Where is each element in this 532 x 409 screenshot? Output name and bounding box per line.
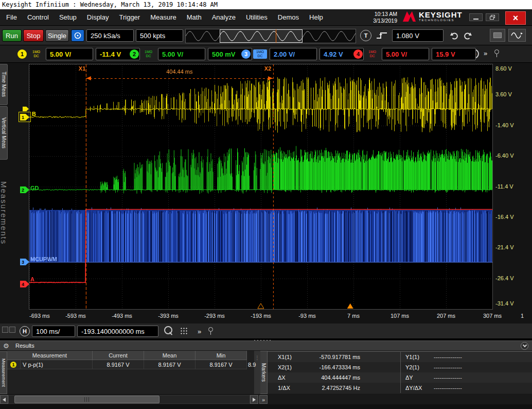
settings-gear-icon[interactable]: ⚙ <box>3 342 9 350</box>
channel-4-block: 41MΩDC5.00 V/15.9 V <box>353 48 476 60</box>
y-axis-label: -21.4 V <box>495 244 513 250</box>
menu-item-demos[interactable]: Demos <box>273 9 304 26</box>
menu-item-math[interactable]: Math <box>182 9 207 26</box>
channel-2-coupling-button[interactable]: 1MΩDC <box>141 49 155 59</box>
scroll-left-button[interactable] <box>0 395 8 404</box>
x-axis-label: 7 ms <box>347 313 360 319</box>
measurement-side-tab[interactable]: Measurement <box>0 351 7 394</box>
channel-3-coupling-button[interactable]: 1MΩDC <box>253 49 267 59</box>
menu-item-help[interactable]: Help <box>304 9 328 26</box>
marker-result-row: 1/ΔX2.47252745 HzΔY/ΔX--------------- <box>268 383 532 393</box>
timebase-position-box[interactable]: -193.1400000000 ms <box>77 326 158 337</box>
menu-item-setup[interactable]: Setup <box>54 9 82 26</box>
y-axis-label: -31.4 V <box>495 300 513 306</box>
channel-1-block: 11MΩDC5.00 V/-11.4 V <box>17 48 140 60</box>
channel-3-scale-button[interactable]: 2.00 V/ <box>270 48 317 60</box>
channel-4-offset-button[interactable]: 15.9 V <box>432 48 476 60</box>
trace-label-gd: GD <box>30 185 39 191</box>
menu-item-trigger[interactable]: Trigger <box>114 9 145 26</box>
scroll-thumb[interactable] <box>14 396 159 403</box>
results-header: ⚙ Results <box>0 340 532 351</box>
marker-y-label: ΔY <box>405 372 413 383</box>
menu-item-control[interactable]: Control <box>22 9 54 26</box>
channel-4-coupling-button[interactable]: 1MΩDC <box>365 49 379 59</box>
trigger-level-box[interactable]: 1.080 V <box>392 29 444 42</box>
waveform-icon <box>511 31 523 40</box>
measurement-max-partial-value: 8.9 <box>248 360 256 369</box>
sidebar-tab-time-meas[interactable]: Time Meas <box>0 64 8 105</box>
timebase-scale-box[interactable]: 100 ms/ <box>32 326 75 337</box>
touch-toggle-button[interactable] <box>71 29 84 42</box>
trace-label-mcupwm: MCUPWM <box>30 256 57 262</box>
measurement-badge-cell: 1 <box>7 360 21 369</box>
channel-1-impedance: 1MΩ <box>29 50 43 54</box>
menu-item-analyze[interactable]: Analyze <box>207 9 241 26</box>
display-mode-icon[interactable] <box>490 29 505 42</box>
menu-item-display[interactable]: Display <box>82 9 114 26</box>
x-axis-label: -93 ms <box>298 313 316 319</box>
channel-1-badge[interactable]: 1 <box>17 49 27 59</box>
channel-2-badge[interactable]: 2 <box>130 49 139 59</box>
horizontal-badge[interactable]: H <box>20 326 30 336</box>
panel-icon-left-1[interactable] <box>2 327 8 333</box>
run-button[interactable]: Run <box>2 29 22 42</box>
single-button[interactable]: Single <box>45 29 69 42</box>
channel-3-coupling: DC <box>253 54 267 58</box>
channel-4-coupling: DC <box>365 54 379 58</box>
channel-4-badge[interactable]: 4 <box>353 49 363 59</box>
redo-button[interactable] <box>462 30 473 41</box>
scroll-right-button[interactable] <box>250 395 258 404</box>
minimize-button[interactable] <box>469 13 483 21</box>
markers-side-tab[interactable]: Markers <box>260 351 268 394</box>
marker-y-value: --------------- <box>434 362 462 372</box>
marker-x-value: -166.473334 ms <box>304 362 360 372</box>
y-axis-label: -26.4 V <box>495 275 513 281</box>
bottom-edge <box>0 404 532 409</box>
keysight-logo: KEYSIGHT TECHNOLOGIES <box>402 10 463 23</box>
x-axis-label: 107 ms <box>391 313 409 319</box>
grid-dots-button[interactable] <box>180 327 188 335</box>
channel-1-coupling-button[interactable]: 1MΩDC <box>29 49 43 59</box>
close-button[interactable]: × <box>505 11 526 25</box>
channel-4-scale-button[interactable]: 5.00 V/ <box>382 48 429 60</box>
results-table-row[interactable]: 1V p-p(1)8.9167 V8.9167 V8.9167 V <box>7 360 247 369</box>
restore-button[interactable] <box>486 13 499 21</box>
x-axis-label: -493 ms <box>112 313 132 319</box>
memory-depth-box[interactable]: 500 kpts <box>136 29 183 42</box>
x-axis-label: 307 ms <box>483 313 502 319</box>
results-mini-scrollbar[interactable]: ⋮ <box>254 351 260 394</box>
marker-result-row: X1(1)-570.917781 msY1(1)--------------- <box>268 352 532 362</box>
y-axis-label: 3.60 V <box>495 91 512 97</box>
stop-button[interactable]: Stop <box>23 29 44 42</box>
channel-bar-expand-chevrons[interactable]: » <box>484 49 487 57</box>
menu-item-file[interactable]: File <box>1 9 22 26</box>
channel-2-scale-button[interactable]: 5.00 V/ <box>158 48 205 60</box>
channel-3-badge[interactable]: 3 <box>241 49 251 59</box>
waveform-display[interactable] <box>29 64 493 310</box>
menu-item-measure[interactable]: Measure <box>145 9 182 26</box>
panel-icon-left-2[interactable] <box>9 327 15 333</box>
y-axis-label: 8.60 V <box>495 65 512 72</box>
trace-label-b: B <box>32 111 36 117</box>
panel-drag-handle[interactable] <box>253 339 272 342</box>
hbar-expand-chevrons[interactable]: » <box>198 328 201 335</box>
undo-button[interactable] <box>449 30 460 41</box>
channel-3-block: 31MΩDC2.00 V/4.92 V <box>241 48 364 60</box>
acquisition-preview[interactable] <box>185 29 356 43</box>
keysight-spark-icon <box>402 10 416 23</box>
autoscale-icon[interactable] <box>508 29 526 42</box>
measurement-name: V p-p(1) <box>23 362 43 368</box>
window-title: Keysight Infiniium : Wednesday, March 13… <box>0 0 532 9</box>
sample-rate-box[interactable]: 250 kSa/s <box>86 29 134 42</box>
trigger-badge[interactable]: T <box>360 30 371 41</box>
menu-item-utilities[interactable]: Utilities <box>241 9 273 26</box>
trigger-slope-icon[interactable] <box>375 30 389 41</box>
panel-expand-button[interactable]: » <box>259 395 268 404</box>
measurement-name-cell: V p-p(1) <box>21 360 93 369</box>
channel-1-scale-button[interactable]: 5.00 V/ <box>46 48 93 60</box>
x-axis-label: -693 ms <box>29 313 50 319</box>
thumb-grip <box>84 397 90 402</box>
sidebar-tab-vertical-meas[interactable]: Vertical Meas <box>0 106 8 160</box>
marker-y-label: Y1(1) <box>405 352 419 362</box>
collapse-results-button[interactable] <box>521 342 528 350</box>
